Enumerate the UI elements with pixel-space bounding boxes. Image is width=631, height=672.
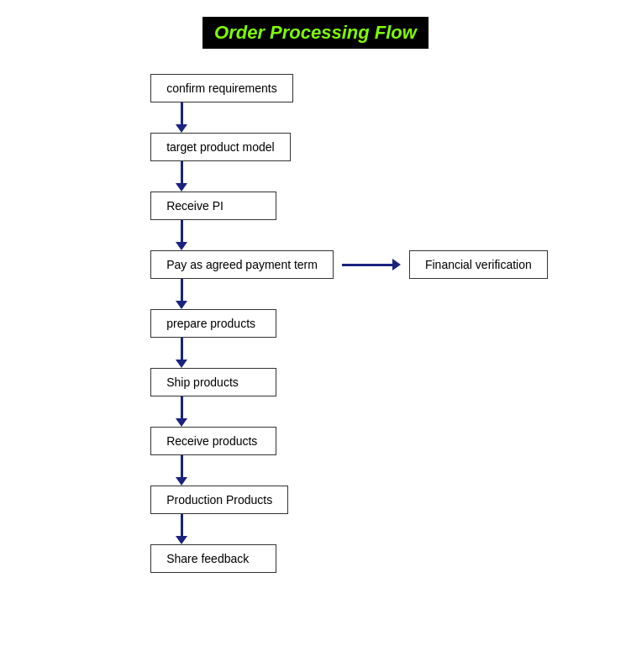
arrow-confirm-to-target — [176, 102, 187, 133]
flow-row-confirm: confirm requirements — [150, 74, 293, 102]
box-share: Share feedback — [150, 544, 276, 573]
arrow-line — [181, 279, 183, 301]
arrow-head — [176, 242, 187, 250]
flow-row-receive-pi: Receive PI — [150, 192, 276, 220]
box-confirm: confirm requirements — [150, 74, 293, 102]
flow-row-share: Share feedback — [150, 544, 276, 573]
box-production: Production Products — [150, 486, 288, 514]
box-receive-products: Receive products — [150, 427, 276, 455]
box-receive-pi: Receive PI — [150, 192, 276, 220]
box-target: target product model — [150, 133, 290, 161]
arrow-prepare-to-ship — [176, 338, 187, 368]
arrow-pi-to-pay — [176, 220, 187, 250]
box-ship: Ship products — [150, 368, 276, 396]
arrow-ship-to-receive — [176, 396, 187, 427]
arrow-target-to-pi — [176, 161, 187, 192]
arrow-line — [181, 338, 183, 360]
flow-row-prepare: prepare products — [150, 309, 276, 338]
arrow-head — [176, 183, 187, 192]
arrow-line — [181, 220, 183, 242]
arrow-head — [176, 536, 187, 544]
flow-diagram: confirm requirements target product mode… — [83, 74, 548, 573]
arrow-line — [181, 102, 183, 124]
arrow-receive-to-production — [176, 455, 187, 486]
arrow-head — [176, 418, 187, 427]
arrow-line — [181, 514, 183, 536]
box-pay: Pay as agreed payment term — [150, 250, 334, 279]
flow-row-production: Production Products — [150, 486, 288, 514]
arrow-head — [176, 477, 187, 486]
arrow-production-to-share — [176, 514, 187, 544]
arrow-right-line — [342, 264, 392, 266]
arrow-line — [181, 455, 183, 477]
flow-row-target: target product model — [150, 133, 290, 161]
arrow-head — [176, 301, 187, 309]
arrow-line — [181, 161, 183, 183]
flow-row-receive-products: Receive products — [150, 427, 276, 455]
arrow-head — [176, 124, 187, 133]
arrow-right-head — [392, 259, 401, 270]
arrow-line — [181, 396, 183, 418]
arrow-pay-to-prepare — [176, 279, 187, 309]
flow-row-pay: Pay as agreed payment term Financial ver… — [150, 250, 548, 279]
box-financial: Financial verification — [409, 250, 548, 279]
arrow-right-group — [342, 259, 401, 270]
arrow-head — [176, 360, 187, 368]
page-title: Order Processing Flow — [202, 17, 429, 49]
flow-row-ship: Ship products — [150, 368, 276, 396]
box-prepare: prepare products — [150, 309, 276, 338]
